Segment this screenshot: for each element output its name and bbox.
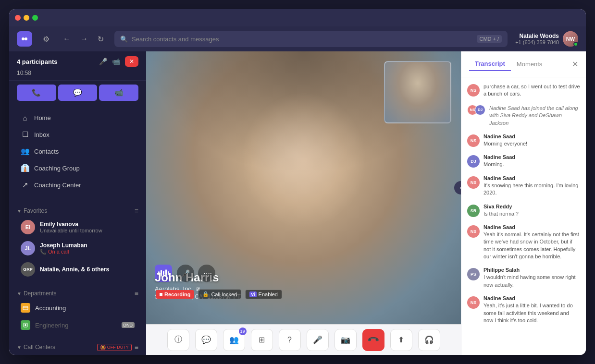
settings-icon[interactable]: ⚙ <box>40 33 52 46</box>
transfer-icon: ⊞ <box>259 335 265 344</box>
mic-icon[interactable]: 🎤 <box>99 58 107 65</box>
tab-transcript[interactable]: Transcript <box>469 57 511 71</box>
participants-icon: 👥 <box>229 335 239 344</box>
sidebar-item-inbox-label: Inbox <box>34 131 50 138</box>
title-bar <box>9 9 586 26</box>
maximize-button[interactable] <box>32 15 38 21</box>
back-button[interactable]: ← <box>60 33 74 45</box>
vi-enabled-badge: Vi Enabled <box>245 290 282 299</box>
end-call-button[interactable]: ✕ <box>125 56 138 67</box>
transcript-msg-3: DJ Nadine Saad Morning. <box>467 154 580 168</box>
favorites-edit-icon[interactable]: ≡ <box>135 207 138 215</box>
transcript-panel: Transcript Moments ✕ NS purchase a car, … <box>461 51 586 355</box>
transcript-avatar-0: NS <box>467 84 480 97</box>
mute-button[interactable]: 🎤 <box>307 329 329 351</box>
recording-label: Recording <box>164 291 190 297</box>
search-shortcut: CMD + / <box>477 35 502 43</box>
search-bar[interactable]: 🔍 CMD + / <box>114 31 508 47</box>
emily-avatar: EI <box>21 220 35 234</box>
vi-label: Vi <box>249 291 256 297</box>
participants-badge: 19 <box>239 328 247 335</box>
camera-icon[interactable]: 📹 <box>112 58 120 65</box>
contact-group[interactable]: GRP Natalie, Annie, & 6 others <box>13 259 142 279</box>
help-icon: ? <box>287 336 292 344</box>
transcript-text-2: Morning everyone! <box>483 140 580 147</box>
transcript-msg-4: NS Nadine Saad It's snowing here this mo… <box>467 175 580 197</box>
call-info-bar: 4 participants 🎤 📹 ✕ 10:58 <box>9 51 146 81</box>
cc-smb[interactable]: SMB Inbound <box>13 353 142 355</box>
top-bar: ⚙ ← → ↻ 🔍 CMD + / Natalie Woods +1 (604)… <box>9 26 586 51</box>
close-transcript-button[interactable]: ✕ <box>572 60 578 69</box>
in-call-mute-button[interactable]: 🎤 <box>177 265 194 282</box>
transcript-content-2: Nadine Saad Morning everyone! <box>483 133 580 147</box>
transcript-text-8: Yeah, it's just a little bit. I wanted t… <box>483 302 580 324</box>
contact-emily[interactable]: EI Emily Ivanova Unavailable until tomor… <box>13 217 142 237</box>
sidebar-item-coaching-group[interactable]: 👔 Coaching Group <box>13 160 142 176</box>
headset-button[interactable]: 🎧 <box>418 329 440 351</box>
main-content: John Harris Aerolabs, Inc. 🖥 San Francis… <box>146 51 461 355</box>
call-centers-edit-icon[interactable]: ≡ <box>135 343 138 351</box>
transcript-msg-2: NS Nadine Saad Morning everyone! <box>467 133 580 147</box>
headset-icon: 🎧 <box>424 335 434 344</box>
transcript-name-7: Philippe Salah <box>483 267 580 273</box>
transcript-name-4: Nadine Saad <box>483 175 580 181</box>
participants-button[interactable]: 👥 19 <box>223 329 245 351</box>
transcript-name-5: Siva Reddy <box>483 204 580 209</box>
minimize-button[interactable] <box>24 15 29 21</box>
participants-label: 4 participants <box>17 58 58 65</box>
transcript-header: Transcript Moments ✕ <box>461 51 586 77</box>
sidebar-item-inbox[interactable]: ☐ Inbox <box>13 126 142 143</box>
share-button[interactable]: ⬆ <box>390 329 412 351</box>
contact-joseph[interactable]: JL Joseph Lumaban 📞 On a call <box>13 238 142 258</box>
close-button[interactable] <box>15 15 21 21</box>
end-call-bottom-button[interactable]: 📞 <box>362 329 384 351</box>
video-button[interactable]: 📷 <box>335 329 357 351</box>
transcript-text-0: purchase a car, so I went out to test dr… <box>483 83 580 98</box>
transcript-msg-5: SR Siva Reddy Is that normal? <box>467 204 580 218</box>
joseph-status: 📞 On a call <box>40 249 135 255</box>
transcript-text-3: Morning. <box>483 161 580 168</box>
recording-dot <box>160 293 162 296</box>
refresh-button[interactable]: ↻ <box>95 33 107 46</box>
departments-edit-icon[interactable]: ≡ <box>135 290 138 297</box>
info-button[interactable]: ⓘ <box>167 329 189 351</box>
phone-action-button[interactable]: 📞 <box>17 85 56 101</box>
transcript-system-text: Nadine Saad has joined the call along wi… <box>489 105 580 127</box>
transcript-content-0: purchase a car, so I went out to test dr… <box>483 83 580 98</box>
tab-moments[interactable]: Moments <box>511 58 548 71</box>
user-phone: +1 (604) 359-7840 <box>515 39 559 45</box>
share-icon: ⬆ <box>398 335 404 344</box>
transcript-text-4: It's snowing here this morning. I'm lovi… <box>483 182 580 197</box>
accounting-name: Accounting <box>35 304 135 312</box>
pip-video <box>384 61 451 123</box>
chat-action-button[interactable]: 💬 <box>58 85 98 101</box>
in-call-more-button[interactable]: ⋯ <box>198 265 215 282</box>
avatar[interactable]: NW <box>563 31 578 47</box>
dept-accounting[interactable]: Accounting <box>13 300 142 316</box>
nav-buttons: ← → ↻ <box>60 33 107 46</box>
call-locked-badge: 🔒 Call locked <box>198 289 241 299</box>
transfer-button[interactable]: ⊞ <box>251 329 273 351</box>
svg-point-0 <box>22 37 25 40</box>
video-action-button[interactable]: 📹 <box>99 85 138 101</box>
status-badges: Recording 🔒 Call locked Vi Enabled <box>156 289 282 299</box>
transcript-msg-0: NS purchase a car, so I went out to test… <box>467 83 580 98</box>
help-button[interactable]: ? <box>279 329 301 351</box>
search-icon: 🔍 <box>120 36 128 43</box>
search-input[interactable] <box>132 36 473 43</box>
sidebar-item-coaching-center[interactable]: ↗ Coaching Center <box>13 177 142 193</box>
svg-point-5 <box>25 324 26 326</box>
engineering-icon <box>21 320 30 330</box>
favorites-chevron-icon: ▼ <box>17 208 22 214</box>
engineering-dnd-badge: DND <box>122 322 135 328</box>
transcript-content-4: Nadine Saad It's snowing here this morni… <box>483 175 580 197</box>
group-avatar: GRP <box>21 262 35 277</box>
sidebar-item-contacts[interactable]: 👥 Contacts <box>13 143 142 159</box>
chat-button[interactable]: 💬 <box>195 329 217 351</box>
forward-button[interactable]: → <box>77 33 91 45</box>
sidebar-item-home[interactable]: ⌂ Home <box>13 110 142 126</box>
dept-engineering[interactable]: Engineering DND <box>13 317 142 333</box>
call-centers-section-header: ▼ Call Centers 🔕 OFF DUTY ≡ <box>9 340 146 353</box>
transcript-content-8: Nadine Saad Yeah, it's just a little bit… <box>483 295 580 324</box>
content-area: 4 participants 🎤 📹 ✕ 10:58 📞 💬 📹 <box>9 51 586 355</box>
